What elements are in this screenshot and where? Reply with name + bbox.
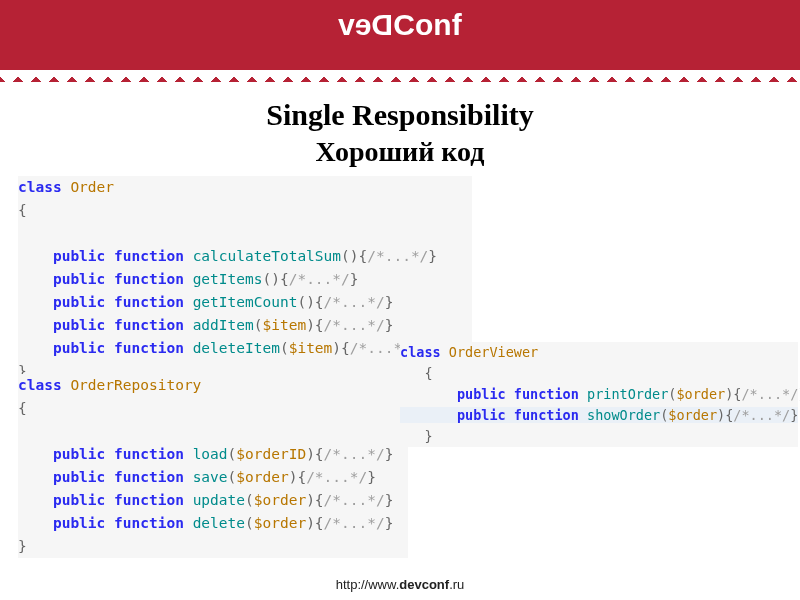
footer-pre: http://www.: [336, 577, 400, 592]
footer-bold: devconf: [399, 577, 449, 592]
logo-right: Conf: [393, 8, 461, 41]
devconf-logo: DevConf: [338, 8, 461, 42]
zigzag-divider: [0, 56, 800, 70]
slide-subtitle: Хороший код: [0, 136, 800, 168]
code-block-order-repository: class OrderRepository { public function …: [18, 374, 408, 558]
header-bar: DevConf: [0, 0, 800, 56]
code-block-order-viewer: class OrderViewer { public function prin…: [400, 342, 798, 447]
slide-title: Single Responsibility: [0, 98, 800, 132]
footer-post: .ru: [449, 577, 464, 592]
logo-left-mirrored: Dev: [338, 8, 393, 42]
footer-url: http://www.devconf.ru: [0, 577, 800, 592]
